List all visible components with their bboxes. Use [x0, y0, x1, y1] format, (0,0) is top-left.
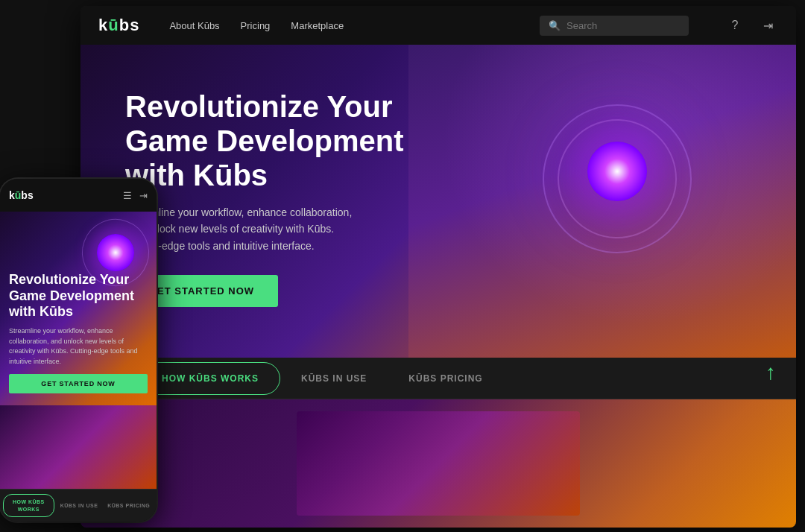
mobile-tab-how-works[interactable]: HOW KŪBS WORKS	[3, 494, 54, 516]
mobile-content-area	[0, 405, 157, 489]
hero-character-art	[408, 45, 796, 358]
search-icon: 🔍	[549, 20, 561, 31]
hero-content: Revolutionize Your Game Development with…	[125, 89, 438, 307]
mobile-nav: kūbs ☰ ⇥	[0, 179, 157, 212]
desktop-logo: kūbs	[98, 16, 139, 35]
tab-kubs-in-use[interactable]: KŪBS IN USE	[280, 363, 388, 394]
mobile-magic-orb	[97, 234, 134, 271]
mobile-hero-subtitle: Streamline your workflow, enhance collab…	[9, 326, 148, 367]
hero-subtitle: Streamline your workflow, enhance collab…	[125, 204, 364, 254]
mobile-hero-content: Revolutionize Your Game Development with…	[9, 272, 148, 393]
mobile-tab-in-use[interactable]: KŪBS IN USE	[54, 498, 104, 513]
mobile-nav-icons: ☰ ⇥	[123, 190, 148, 201]
login-icon-button[interactable]: ⇥	[757, 15, 778, 36]
scroll-up-button[interactable]: ↑	[757, 359, 784, 386]
mobile-logo: kūbs	[9, 189, 117, 201]
mobile-browser: kūbs ☰ ⇥ Revolutionize Your Game Develop…	[0, 179, 157, 522]
nav-link-pricing[interactable]: Pricing	[241, 20, 271, 31]
help-icon-button[interactable]: ?	[724, 15, 745, 36]
hero-title: Revolutionize Your Game Development with…	[125, 89, 438, 192]
mobile-tabs-bar: HOW KŪBS WORKS KŪBS IN USE KŪBS PRICING	[0, 489, 157, 522]
tab-how-kubs-works[interactable]: HOW KŪBS WORKS	[140, 362, 280, 395]
tab-kubs-pricing[interactable]: KŪBS PRICING	[388, 363, 503, 394]
nav-action-icons: ? ⇥	[724, 15, 778, 36]
desktop-hero: Revolutionize Your Game Development with…	[80, 45, 796, 358]
search-input[interactable]	[566, 20, 680, 31]
mobile-hero-title: Revolutionize Your Game Development with…	[9, 272, 148, 320]
mobile-hero: Revolutionize Your Game Development with…	[0, 212, 157, 405]
mobile-menu-icon[interactable]: ☰	[123, 190, 132, 201]
nav-link-marketplace[interactable]: Marketplace	[291, 20, 344, 31]
mobile-tab-pricing[interactable]: KŪBS PRICING	[104, 498, 154, 513]
desktop-browser: kūbs About Kūbs Pricing Marketplace 🔍 ? …	[80, 6, 796, 528]
nav-search-bar[interactable]: 🔍	[540, 16, 689, 36]
desktop-nav: kūbs About Kūbs Pricing Marketplace 🔍 ? …	[80, 6, 796, 45]
magic-orb	[587, 142, 647, 201]
nav-link-about[interactable]: About Kūbs	[169, 20, 219, 31]
content-preview-section	[80, 399, 796, 528]
nav-links: About Kūbs Pricing Marketplace	[169, 20, 344, 31]
up-arrow-icon: ↑	[765, 362, 776, 383]
desktop-tabs-bar: HOW KŪBS WORKS KŪBS IN USE KŪBS PRICING	[80, 358, 796, 399]
content-preview-card	[297, 411, 580, 516]
mobile-login-icon[interactable]: ⇥	[139, 190, 148, 201]
mobile-cta-button[interactable]: GET STARTED NOW	[9, 374, 148, 393]
